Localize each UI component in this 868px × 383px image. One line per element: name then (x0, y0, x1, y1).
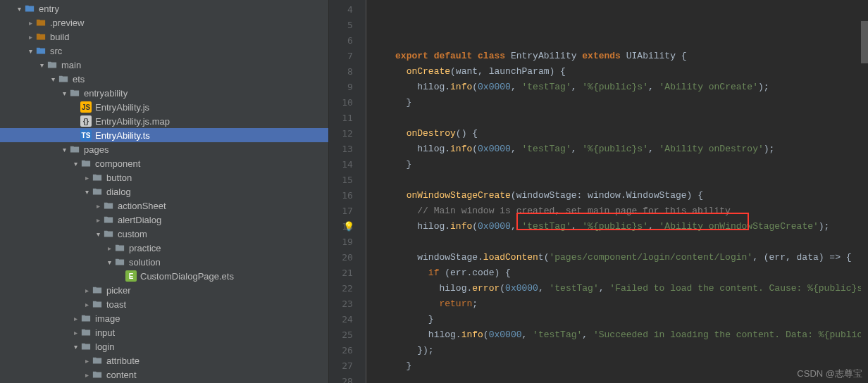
tree-row[interactable]: .preview (0, 15, 328, 30)
tree-row[interactable]: entry (0, 1, 328, 15)
code-line[interactable] (373, 33, 868, 49)
tree-row[interactable]: attribute (0, 353, 328, 368)
code-line[interactable]: hilog.error(0x0000, 'testTag', 'Failed t… (373, 281, 868, 296)
tree-row[interactable]: {}EntryAbility.js.map (0, 114, 328, 128)
tree-arrow-icon[interactable] (93, 230, 103, 238)
tree-row[interactable]: login (0, 339, 328, 353)
code-line[interactable]: if (err.code) { (373, 265, 868, 281)
tree-arrow-icon[interactable] (82, 357, 92, 365)
folder-icon (103, 214, 114, 225)
code-line[interactable]: } (373, 358, 868, 374)
tree-row[interactable]: ECustomDialogPage.ets (0, 269, 328, 283)
code-line[interactable]: hilog.info(0x0000, 'testTag', '%{public}… (373, 80, 868, 95)
tree-row[interactable]: TSEntryAbility.ts (0, 128, 328, 142)
code-line[interactable]: hilog.info(0x0000, 'testTag', '%{public}… (373, 142, 868, 157)
code-line[interactable]: export default class EntryAbility extend… (373, 49, 868, 64)
code-line[interactable] (373, 374, 868, 383)
tree-arrow-icon[interactable] (70, 315, 80, 322)
folder-icon (114, 256, 125, 268)
code-line[interactable]: onCreate(want, launchParam) { (373, 64, 868, 80)
tree-arrow-icon[interactable] (25, 33, 35, 41)
line-number: 17 (329, 203, 353, 219)
intention-bulb-icon[interactable]: 💡 (343, 219, 354, 234)
tree-row[interactable]: JSEntryAbility.js (0, 100, 328, 114)
code-line[interactable] (373, 234, 868, 250)
tree-row[interactable]: custom (0, 227, 328, 241)
tree-arrow-icon[interactable] (82, 188, 92, 196)
tree-row[interactable]: dialog (0, 184, 328, 199)
tree-label: dialog (106, 187, 131, 197)
tree-row[interactable]: button (0, 170, 328, 184)
code-area[interactable]: export default class EntryAbility extend… (366, 0, 868, 383)
code-line[interactable]: } (373, 95, 868, 111)
tree-row[interactable]: alertDialog (0, 213, 328, 227)
tree-arrow-icon[interactable] (82, 301, 92, 308)
folder-icon (92, 186, 103, 197)
code-line[interactable]: hilog.info(0x0000, 'testTag', '%{public}… (373, 219, 868, 234)
tree-row[interactable]: build (0, 30, 328, 44)
code-line[interactable]: }); (373, 343, 868, 358)
tree-arrow-icon[interactable] (93, 216, 103, 224)
tree-arrow-icon[interactable] (82, 174, 92, 182)
tree-label: EntryAbility.js.map (95, 116, 170, 127)
tree-arrow-icon[interactable] (104, 258, 114, 266)
tree-row[interactable]: actionSheet (0, 199, 328, 213)
tree-row[interactable]: ets (0, 72, 328, 86)
tree-arrow-icon[interactable] (82, 371, 92, 379)
code-line[interactable] (373, 172, 868, 188)
line-number: 14 (329, 157, 353, 172)
tree-row[interactable]: solution (0, 255, 328, 269)
file-tree[interactable]: entry.previewbuildsrcmainetsentryability… (0, 0, 328, 382)
tree-row[interactable]: picker (0, 283, 328, 297)
editor-vertical-scrollbar[interactable] (861, 0, 868, 383)
code-line[interactable]: windowStage.loadContent('pages/component… (373, 250, 868, 265)
code-line[interactable]: return; (373, 296, 868, 312)
code-line[interactable]: onDestroy() { (373, 126, 868, 142)
tree-row[interactable]: main (0, 58, 328, 72)
tree-label: entry (39, 4, 59, 14)
tree-label: pages (84, 144, 108, 155)
code-line[interactable]: // Main window is created, set main page… (373, 203, 868, 219)
tree-arrow-icon[interactable] (70, 160, 80, 168)
tree-arrow-icon[interactable] (37, 61, 46, 69)
code-line[interactable]: hilog.info(0x0000, 'testTag', 'Succeeded… (373, 327, 868, 343)
line-number: 6 (329, 33, 353, 49)
tree-arrow-icon[interactable] (25, 19, 35, 27)
tree-label: toast (106, 299, 126, 310)
tree-row[interactable]: toast (0, 297, 328, 311)
tree-arrow-icon[interactable] (104, 244, 114, 252)
tree-arrow-icon[interactable] (70, 329, 80, 337)
line-number: 7 (329, 49, 353, 64)
code-line[interactable] (373, 111, 868, 126)
tree-arrow-icon[interactable] (59, 89, 69, 97)
scrollbar-thumb[interactable] (861, 21, 868, 63)
tree-label: custom (118, 229, 147, 239)
folder-icon (103, 228, 114, 239)
tree-label: component (95, 158, 140, 169)
tree-row[interactable]: pages (0, 142, 328, 156)
code-line[interactable]: } (373, 312, 868, 327)
code-line[interactable]: onWindowStageCreate(windowStage: window.… (373, 188, 868, 203)
tree-row[interactable]: src (0, 44, 328, 58)
tree-label: content (106, 370, 137, 380)
tree-label: solution (129, 257, 161, 268)
tree-arrow-icon[interactable] (48, 75, 58, 83)
tree-arrow-icon[interactable] (14, 5, 24, 13)
tree-arrow-icon[interactable] (82, 287, 92, 294)
tree-arrow-icon[interactable] (93, 202, 103, 210)
tree-row[interactable]: entryability (0, 86, 328, 100)
tree-label: image (95, 313, 120, 324)
tree-label: actionSheet (118, 201, 166, 211)
tree-row[interactable]: practice (0, 241, 328, 255)
line-number: 21 (329, 265, 353, 281)
tree-row[interactable]: input (0, 325, 328, 339)
tree-row[interactable]: content (0, 368, 328, 382)
tree-arrow-icon[interactable] (25, 47, 35, 55)
tree-arrow-icon[interactable] (59, 146, 69, 153)
tree-row[interactable]: component (0, 156, 328, 170)
code-line[interactable]: } (373, 157, 868, 172)
tree-label: src (50, 46, 62, 56)
tree-arrow-icon[interactable] (70, 343, 80, 351)
file-tree-sidebar[interactable]: entry.previewbuildsrcmainetsentryability… (0, 0, 329, 383)
tree-row[interactable]: image (0, 311, 328, 325)
